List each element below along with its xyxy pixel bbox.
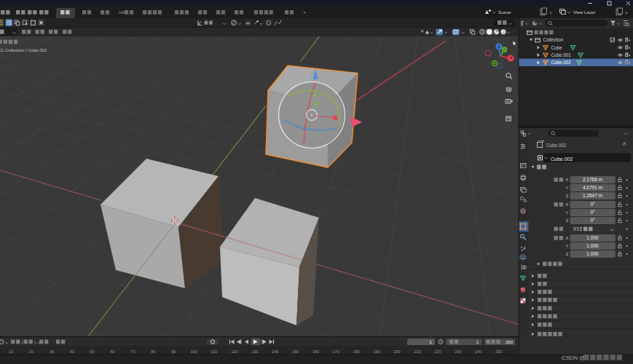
svg-text:Y: Y [565,243,568,248]
svg-text:60: 60 [110,349,114,354]
svg-text:140: 140 [272,349,278,354]
svg-text:1.000: 1.000 [586,235,599,240]
svg-text:250: 250 [506,340,514,344]
svg-text:150: 150 [292,349,299,354]
svg-text:230: 230 [455,349,461,354]
svg-text:20: 20 [29,349,34,354]
svg-text:180: 180 [353,349,360,354]
svg-text:×: × [625,10,628,15]
svg-text:Z: Z [498,44,500,49]
svg-text:90: 90 [171,349,176,354]
svg-text:70: 70 [130,349,135,354]
svg-text:Y: Y [565,210,568,215]
svg-text:40: 40 [70,349,74,354]
svg-text:0°: 0° [590,218,595,223]
svg-text:1.2647 m: 1.2647 m [583,193,602,198]
svg-text:1.000: 1.000 [586,251,599,256]
svg-text:130: 130 [251,349,258,354]
svg-text:Z: Z [566,251,569,256]
svg-text:220: 220 [434,349,441,354]
svg-text:210: 210 [414,349,420,354]
svg-text:CSDN @: CSDN @ [562,355,585,361]
svg-text:120: 120 [231,349,237,354]
svg-text:Y: Y [565,185,568,190]
svg-text:0°: 0° [590,202,595,207]
svg-text:X: X [565,235,568,240]
svg-text:100: 100 [191,349,197,354]
svg-text:Cube.001: Cube.001 [551,52,572,58]
svg-text:Cube.002: Cube.002 [551,60,572,65]
svg-text:×: × [549,10,552,15]
svg-text:Z: Z [566,218,569,223]
svg-text:80: 80 [151,349,155,354]
svg-text:1: 1 [430,339,433,344]
svg-text:10: 10 [9,349,13,354]
svg-text:UV: UV [119,10,125,15]
svg-text:2.1766 m: 2.1766 m [583,177,602,182]
svg-text:0°: 0° [590,210,595,215]
svg-text:Cube: Cube [551,45,563,50]
svg-text:(: ( [22,340,23,344]
svg-text:): ) [34,340,36,344]
svg-text:Z: Z [566,193,569,198]
svg-text:190: 190 [374,349,380,354]
svg-text:Collection: Collection [543,37,564,42]
svg-text:X: X [565,177,568,182]
svg-text:+: + [303,10,306,15]
svg-text:Cube.002: Cube.002 [546,143,567,148]
svg-text:XYZ: XYZ [573,226,582,232]
svg-text:170: 170 [333,349,339,354]
svg-text:4.0791 m: 4.0791 m [583,185,602,190]
svg-text:X: X [565,202,568,207]
svg-text:View Layer: View Layer [573,9,596,15]
svg-text:250: 250 [495,349,502,354]
svg-text:1.000: 1.000 [586,243,599,248]
svg-text:110: 110 [211,349,218,354]
svg-text:50: 50 [90,349,95,354]
svg-text:1) Collection | Cube.002: 1) Collection | Cube.002 [0,48,47,52]
svg-text:160: 160 [312,349,319,354]
svg-text:Cube.002: Cube.002 [551,157,573,162]
svg-text:Scene: Scene [498,9,511,15]
svg-text:200: 200 [394,349,401,354]
svg-text:240: 240 [475,349,481,354]
svg-text:30: 30 [50,349,54,354]
